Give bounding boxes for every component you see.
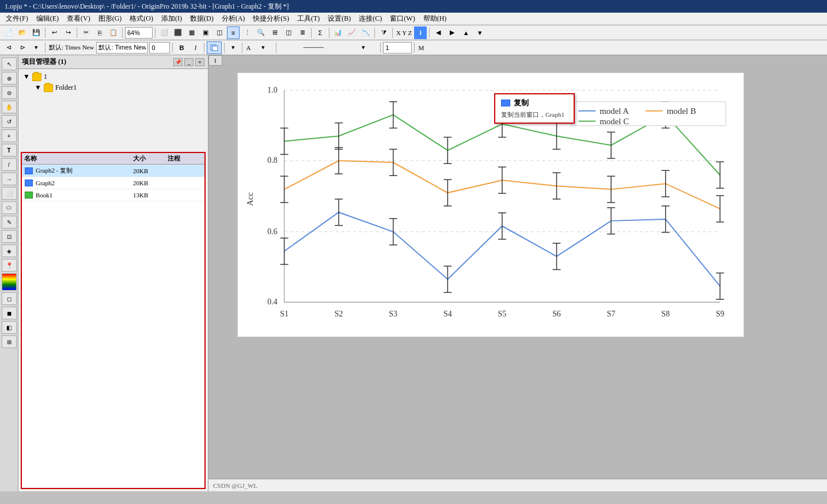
font-size-input[interactable] — [149, 42, 170, 54]
tool-region[interactable]: ⊡ — [2, 230, 17, 243]
file-row-book1[interactable]: Book1 13KB — [22, 189, 204, 201]
tb-btn2[interactable]: ⬛ — [172, 26, 184, 39]
tool-arrow[interactable]: → — [2, 173, 17, 185]
pm-close-btn[interactable]: × — [195, 58, 204, 66]
menu-view[interactable]: 查看(V) — [63, 13, 94, 25]
tree-root[interactable]: ▼ 1 — [21, 71, 206, 82]
tree-folder1[interactable]: ▼ Folder1 — [21, 82, 206, 93]
menu-file[interactable]: 文件(F) — [2, 13, 32, 25]
chart-svg: 1.0 0.8 0.6 0.4 Acc S1 S2 S3 S4 S5 S6 S7… — [238, 73, 743, 337]
tb-btn7[interactable]: ⋮ — [241, 26, 253, 39]
open-btn[interactable]: 📂 — [16, 26, 29, 39]
file-row-graph2-copy[interactable]: Graph2 - 复制 20KB — [22, 165, 204, 177]
menu-tools[interactable]: 工具(T) — [294, 13, 323, 25]
cut-btn[interactable]: ✂ — [79, 26, 92, 39]
menu-window[interactable]: 窗口(W) — [386, 13, 418, 25]
tb-arrow-left[interactable]: ◀ — [432, 26, 445, 39]
tool-rotate[interactable]: ↺ — [2, 115, 17, 128]
tool-text[interactable]: T — [2, 144, 17, 156]
pm-minimize-btn[interactable]: _ — [184, 58, 194, 66]
tool-expand[interactable]: ⊞ — [2, 335, 17, 348]
pm-title: 项目管理器 (1) — [22, 57, 66, 67]
pm-header: 项目管理器 (1) 📌 _ × — [18, 55, 208, 69]
menu-analysis[interactable]: 分析(A) — [218, 13, 249, 25]
line-width-btn[interactable]: ▾ — [349, 41, 378, 54]
tb-filter[interactable]: ⧩ — [377, 26, 390, 39]
tsep3 — [204, 43, 204, 53]
svg-rect-1 — [213, 46, 218, 51]
tb-x-btn[interactable]: I — [414, 26, 427, 39]
copy-window-btn[interactable] — [207, 41, 222, 54]
tb-arrow-right[interactable]: ▶ — [446, 26, 458, 39]
pm-controls: 📌 _ × — [173, 58, 204, 66]
sep2 — [77, 28, 77, 38]
tb2-btn1[interactable]: ⊲ — [2, 41, 15, 54]
tb-btn8[interactable]: 🔍 — [255, 26, 267, 39]
font-name-input[interactable] — [96, 42, 148, 54]
pm-pin-btn[interactable]: 📌 — [173, 58, 183, 66]
undo-btn[interactable]: ↩ — [48, 26, 60, 39]
save-btn[interactable]: 💾 — [30, 26, 43, 39]
tb-btn14[interactable]: 📈 — [346, 26, 358, 39]
svg-text:S7: S7 — [607, 310, 616, 318]
bold-btn[interactable]: B — [175, 41, 188, 54]
toolbar-row2: ⊲ ⊳ ▾ 默认: Times New B I ▾ A ▾ ───── ▾ M — [0, 40, 827, 55]
menu-edit[interactable]: 编辑(E) — [33, 13, 62, 25]
menu-format[interactable]: 格式(O) — [126, 13, 157, 25]
paste-btn[interactable]: 📋 — [107, 26, 120, 39]
tb-btn13[interactable]: 📊 — [332, 26, 344, 39]
menu-graph[interactable]: 图形(G) — [95, 13, 126, 25]
tool-pan[interactable]: ✋ — [2, 101, 17, 113]
line-value-input[interactable] — [383, 42, 412, 54]
tb-btn6[interactable]: ≡ — [227, 26, 240, 39]
main-area: ↖ ⊕ ⊖ ✋ ↺ + T / → ⬜ ⬭ ✎ ⊡ ◈ 📍 ◻ ◼ ◧ ⊞ 项目… — [0, 55, 827, 491]
tool-extra1[interactable]: ◻ — [2, 292, 17, 305]
tool-ellipse[interactable]: ⬭ — [2, 201, 17, 214]
tb-btn1[interactable]: ⬜ — [158, 26, 170, 39]
tool-zoom-out[interactable]: ⊖ — [2, 86, 17, 99]
line-color-btn[interactable]: ───── — [279, 41, 348, 54]
tb2-btn2[interactable]: ⊳ — [16, 41, 29, 54]
file-row-graph2[interactable]: Graph2 20KB — [22, 177, 204, 189]
menu-settings[interactable]: 设置(B) — [324, 13, 354, 25]
notebook-tab[interactable]: 1 — [208, 55, 222, 66]
tool-indicator[interactable]: 📍 — [2, 259, 17, 272]
folder1-icon — [44, 84, 53, 92]
tb-btn10[interactable]: ◫ — [282, 26, 295, 39]
menu-connect[interactable]: 连接(C) — [355, 13, 385, 25]
tb-btn9[interactable]: ⊞ — [268, 26, 281, 39]
tool-extra2[interactable]: ◼ — [2, 307, 17, 319]
tool-mask[interactable]: ◈ — [2, 245, 17, 257]
copy-btn[interactable]: ⎘ — [93, 26, 106, 39]
new-btn[interactable]: 📄 — [2, 26, 15, 39]
font-color-btn[interactable]: ▾ — [253, 41, 274, 54]
redo-btn[interactable]: ↪ — [62, 26, 74, 39]
zoom-input[interactable]: 64% — [125, 27, 153, 39]
italic-btn[interactable]: I — [189, 41, 202, 54]
tb-btn4[interactable]: ▣ — [199, 26, 212, 39]
tb-arrow-down[interactable]: ▼ — [473, 26, 486, 39]
tb-arrow-up[interactable]: ▲ — [460, 26, 472, 39]
tb-btn12[interactable]: Σ — [314, 26, 327, 39]
tool-zoom-in[interactable]: ⊕ — [2, 72, 17, 85]
svg-text:S6: S6 — [552, 310, 561, 318]
tool-pointer[interactable]: ↖ — [2, 58, 17, 70]
tb2-btn-more[interactable]: ▾ — [227, 41, 240, 54]
tool-colormap[interactable] — [2, 273, 17, 291]
menu-help[interactable]: 帮助(H) — [420, 13, 450, 25]
tb-btn3[interactable]: ▦ — [185, 26, 198, 39]
tb2-btn3[interactable]: ▾ — [30, 41, 43, 54]
tool-extra3[interactable]: ◧ — [2, 321, 17, 334]
tool-rect[interactable]: ⬜ — [2, 187, 17, 200]
menu-quick-analysis[interactable]: 快捷分析(S) — [249, 13, 293, 25]
tb-btn11[interactable]: ≣ — [296, 26, 309, 39]
tree-folder-expand: ▼ — [35, 83, 41, 92]
tool-add[interactable]: + — [2, 129, 17, 142]
tool-line[interactable]: / — [2, 158, 17, 171]
menu-data[interactable]: 数据(D) — [187, 13, 217, 25]
title-bar: 1.opju * - C:\Users\lenovo\Desktop\ - /F… — [0, 0, 827, 13]
tb-btn15[interactable]: 📉 — [359, 26, 372, 39]
tool-freehand[interactable]: ✎ — [2, 216, 17, 228]
tb-btn5[interactable]: ◫ — [213, 26, 226, 39]
menu-add[interactable]: 添加(I) — [158, 13, 185, 25]
